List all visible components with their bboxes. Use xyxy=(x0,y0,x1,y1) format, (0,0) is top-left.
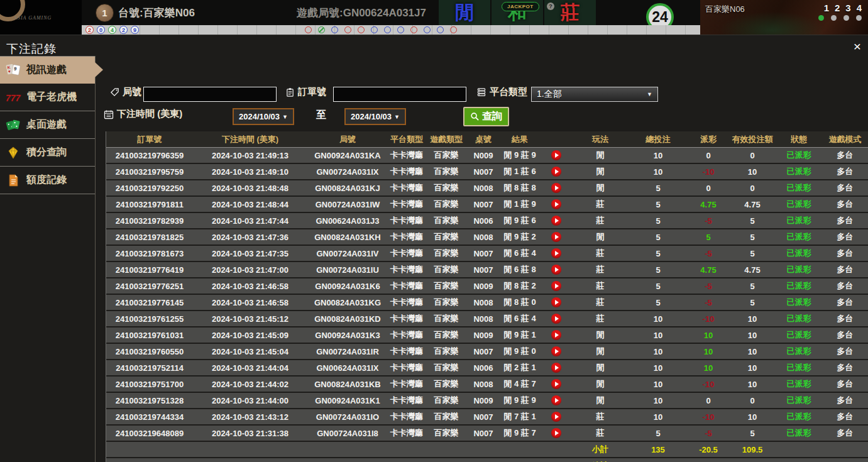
sidebar-item-視訊遊戲[interactable]: K♥9視訊遊戲 xyxy=(0,56,95,84)
round-number: GN00924A031K1 xyxy=(307,396,388,405)
close-icon[interactable]: × xyxy=(850,39,865,54)
status-badge: 已派彩 xyxy=(776,362,821,373)
round-number-input[interactable] xyxy=(143,87,277,102)
live-video-thumbnail[interactable]: 百家樂N06 1234 xyxy=(700,0,868,35)
status-badge: 已派彩 xyxy=(776,248,821,259)
bead-ring xyxy=(450,26,457,33)
replay-play-icon[interactable] xyxy=(551,183,561,193)
replay-play-icon[interactable] xyxy=(551,248,561,258)
camera-number[interactable]: 1 xyxy=(824,3,829,13)
replay-play-icon[interactable] xyxy=(551,167,561,177)
replay-cell xyxy=(540,232,573,242)
status-badge: 已派彩 xyxy=(776,199,821,210)
order-number-input[interactable] xyxy=(333,87,466,102)
sidebar-item-桌面遊戲[interactable]: 桌面遊戲 xyxy=(0,111,95,139)
order-number: 241003219760550 xyxy=(106,347,193,356)
bet-side: 閒 xyxy=(573,362,628,373)
bet-zones: 閒和莊 xyxy=(439,0,596,25)
chevron-down-icon: ▼ xyxy=(394,114,400,120)
replay-play-icon[interactable] xyxy=(551,199,561,209)
camera-dot[interactable] xyxy=(831,15,837,21)
round-number: GN00824A031KD xyxy=(307,314,388,324)
camera-dot[interactable] xyxy=(856,15,862,21)
replay-cell xyxy=(540,428,573,438)
table-row: 2410032197521142024-10-03 21:44:04GN0062… xyxy=(106,360,868,377)
payout: -5 xyxy=(688,282,728,291)
replay-play-icon[interactable] xyxy=(551,330,561,340)
result-score: 閒 9 莊 6 xyxy=(500,215,540,226)
order-number: 241003219781825 xyxy=(106,233,193,242)
bead-ring xyxy=(384,26,391,33)
replay-cell xyxy=(540,314,573,324)
order-number: 241003219796359 xyxy=(106,151,193,160)
sidebar-item-label: 桌面遊戲 xyxy=(26,118,67,131)
replay-play-icon[interactable] xyxy=(551,281,561,291)
table-row: 2410032197761452024-10-03 21:46:58GN0082… xyxy=(106,295,868,311)
total-bet: 5 xyxy=(628,282,688,291)
replay-cell xyxy=(540,395,573,405)
camera-dot[interactable] xyxy=(818,15,824,21)
bet-side: 莊 xyxy=(573,411,628,422)
bead-road-numbers: 20429 xyxy=(85,26,139,34)
replay-cell xyxy=(540,265,573,275)
camera-dot[interactable] xyxy=(843,15,849,21)
game-mode: 多台 xyxy=(821,280,868,292)
replay-play-icon[interactable] xyxy=(551,265,561,275)
replay-play-icon[interactable] xyxy=(551,379,561,389)
date-to-picker[interactable]: 2024/10/03 ▼ xyxy=(344,108,406,125)
subtotal-valid-bet: 109.5 xyxy=(728,445,776,454)
camera-number[interactable]: 2 xyxy=(835,3,840,13)
date-from-picker[interactable]: 2024/10/03 ▼ xyxy=(233,108,294,125)
camera-number[interactable]: 3 xyxy=(845,3,850,13)
panel-title: 下注記錄 xyxy=(6,41,57,57)
order-filter-label: 訂單號 xyxy=(285,86,326,98)
status-badge: 已派彩 xyxy=(776,313,821,324)
bet-time: 2024-10-03 21:47:00 xyxy=(193,265,307,275)
game-type: 百家樂 xyxy=(426,280,467,292)
replay-play-icon[interactable] xyxy=(551,232,561,242)
valid-bet: 10 xyxy=(728,412,776,422)
bet-time: 2024-10-03 21:48:44 xyxy=(193,200,307,209)
table-row: 2410032197443342024-10-03 21:43:12GN0072… xyxy=(106,409,868,426)
sidebar-item-額度記錄[interactable]: 額度記錄 xyxy=(0,167,95,194)
table-number: N007 xyxy=(467,167,500,177)
bead-road-rings xyxy=(305,26,457,33)
order-number: 241003219761031 xyxy=(106,331,193,340)
camera-number[interactable]: 4 xyxy=(857,3,862,13)
game-mode: 多台 xyxy=(821,395,868,406)
table-number: N007 xyxy=(467,429,500,438)
bead-number: 0 xyxy=(97,26,105,34)
sidebar-item-積分查詢[interactable]: 積分查詢 xyxy=(0,139,95,167)
result-score: 閒 9 莊 9 xyxy=(500,395,540,406)
platform-type-select[interactable]: 1.全部 ▼ xyxy=(531,87,658,102)
replay-play-icon[interactable] xyxy=(551,314,561,324)
column-header: 訂單號 xyxy=(106,134,193,145)
replay-play-icon[interactable] xyxy=(551,428,561,438)
total-bet: 10 xyxy=(628,396,688,405)
sidebar-item-電子老虎機[interactable]: 777電子老虎機 xyxy=(0,84,95,111)
replay-play-icon[interactable] xyxy=(551,363,561,373)
replay-play-icon[interactable] xyxy=(551,216,561,226)
platform-type: 卡卡灣廳 xyxy=(388,395,426,406)
table-number: N008 xyxy=(467,233,500,242)
bead-number: 9 xyxy=(131,26,139,34)
sidebar-item-label: 視訊遊戲 xyxy=(26,63,67,77)
replay-play-icon[interactable] xyxy=(551,412,561,422)
bet-zone: 和 xyxy=(492,0,543,25)
replay-play-icon[interactable] xyxy=(551,346,561,356)
table-row: 2410032197610312024-10-03 21:45:09GN0092… xyxy=(106,327,868,344)
column-header: 遊戲類型 xyxy=(426,134,467,145)
search-button[interactable]: 查詢 xyxy=(463,107,509,126)
replay-play-icon[interactable] xyxy=(551,150,561,160)
replay-play-icon[interactable] xyxy=(551,297,561,307)
bet-time: 2024-10-03 21:31:38 xyxy=(193,429,307,438)
payout: -5 xyxy=(688,249,728,258)
table-row: 2410032197829392024-10-03 21:47:44GN0062… xyxy=(106,213,868,229)
order-number: 241003219781673 xyxy=(106,249,193,258)
order-number: 241003219648089 xyxy=(106,429,193,438)
bet-time: 2024-10-03 21:46:58 xyxy=(193,298,307,307)
replay-play-icon[interactable] xyxy=(551,395,561,405)
replay-cell xyxy=(540,363,573,373)
bet-time: 2024-10-03 21:49:13 xyxy=(193,151,307,160)
table-number: N008 xyxy=(467,184,500,193)
